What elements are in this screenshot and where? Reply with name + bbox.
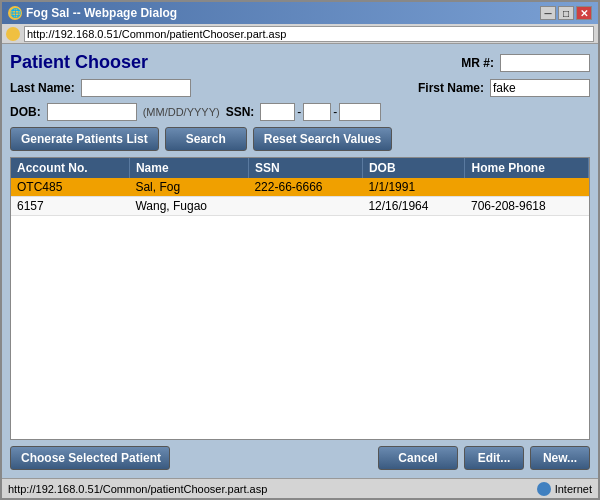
window-title: Fog Sal -- Webpage Dialog (26, 6, 177, 20)
action-buttons-row: Generate Patients List Search Reset Sear… (10, 127, 590, 151)
name-row: Last Name: First Name: (10, 79, 590, 97)
reset-button[interactable]: Reset Search Values (253, 127, 392, 151)
mr-row: MR #: (461, 54, 590, 72)
table-header-row: Account No. Name SSN DOB Home Phone (11, 158, 589, 178)
ssn-dash-2: - (333, 105, 337, 119)
page-title: Patient Chooser (10, 52, 148, 73)
maximize-button[interactable]: □ (558, 6, 574, 20)
table-cell-4: 706-208-9618 (465, 197, 589, 216)
dob-row: DOB: (MM/DD/YYYY) SSN: - - (10, 103, 590, 121)
first-name-label: First Name: (418, 81, 484, 95)
last-name-label: Last Name: (10, 81, 75, 95)
col-account: Account No. (11, 158, 129, 178)
status-url: http://192.168.0.51/Common/patientChoose… (8, 483, 267, 495)
col-name: Name (129, 158, 248, 178)
patient-table: Account No. Name SSN DOB Home Phone OTC4… (11, 158, 589, 216)
browser-icon (6, 27, 20, 41)
title-controls: ─ □ ✕ (540, 6, 592, 20)
address-input[interactable] (24, 26, 594, 42)
main-content: Patient Chooser MR #: Last Name: First N… (2, 44, 598, 478)
table-row[interactable]: 6157Wang, Fugao12/16/1964706-208-9618 (11, 197, 589, 216)
table-cell-4 (465, 178, 589, 197)
title-bar-left: 🌐 Fog Sal -- Webpage Dialog (8, 6, 177, 20)
address-bar (2, 24, 598, 44)
ssn-label: SSN: (226, 105, 255, 119)
dob-input[interactable] (47, 103, 137, 121)
last-name-input[interactable] (81, 79, 191, 97)
ssn-group: - - (260, 103, 381, 121)
table-cell-3: 1/1/1991 (362, 178, 465, 197)
bottom-buttons-row: Choose Selected Patient Cancel Edit... N… (10, 446, 590, 470)
window: 🌐 Fog Sal -- Webpage Dialog ─ □ ✕ Patien… (0, 0, 600, 500)
table-cell-0: OTC485 (11, 178, 129, 197)
table-cell-3: 12/16/1964 (362, 197, 465, 216)
ssn-input-1[interactable] (260, 103, 295, 121)
new-button[interactable]: New... (530, 446, 590, 470)
dob-hint: (MM/DD/YYYY) (143, 106, 220, 118)
status-zone: Internet (555, 483, 592, 495)
minimize-button[interactable]: ─ (540, 6, 556, 20)
top-row: Patient Chooser MR #: (10, 52, 590, 73)
patient-table-container: Account No. Name SSN DOB Home Phone OTC4… (10, 157, 590, 440)
title-bar: 🌐 Fog Sal -- Webpage Dialog ─ □ ✕ (2, 2, 598, 24)
internet-icon (537, 482, 551, 496)
cancel-button[interactable]: Cancel (378, 446, 458, 470)
table-cell-1: Sal, Fog (129, 178, 248, 197)
search-button[interactable]: Search (165, 127, 247, 151)
mr-label: MR #: (461, 56, 494, 70)
first-name-input[interactable] (490, 79, 590, 97)
window-icon: 🌐 (8, 6, 22, 20)
ssn-dash-1: - (297, 105, 301, 119)
choose-patient-button[interactable]: Choose Selected Patient (10, 446, 170, 470)
edit-button[interactable]: Edit... (464, 446, 524, 470)
status-bar: http://192.168.0.51/Common/patientChoose… (2, 478, 598, 498)
table-body: OTC485Sal, Fog222-66-66661/1/19916157Wan… (11, 178, 589, 216)
table-cell-2: 222-66-6666 (248, 178, 362, 197)
dob-label: DOB: (10, 105, 41, 119)
table-cell-0: 6157 (11, 197, 129, 216)
col-ssn: SSN (248, 158, 362, 178)
table-cell-2 (248, 197, 362, 216)
status-right: Internet (537, 482, 592, 496)
table-row[interactable]: OTC485Sal, Fog222-66-66661/1/1991 (11, 178, 589, 197)
table-cell-1: Wang, Fugao (129, 197, 248, 216)
ssn-input-3[interactable] (339, 103, 381, 121)
ssn-input-2[interactable] (303, 103, 331, 121)
col-dob: DOB (362, 158, 465, 178)
close-button[interactable]: ✕ (576, 6, 592, 20)
col-phone: Home Phone (465, 158, 589, 178)
mr-input[interactable] (500, 54, 590, 72)
generate-list-button[interactable]: Generate Patients List (10, 127, 159, 151)
